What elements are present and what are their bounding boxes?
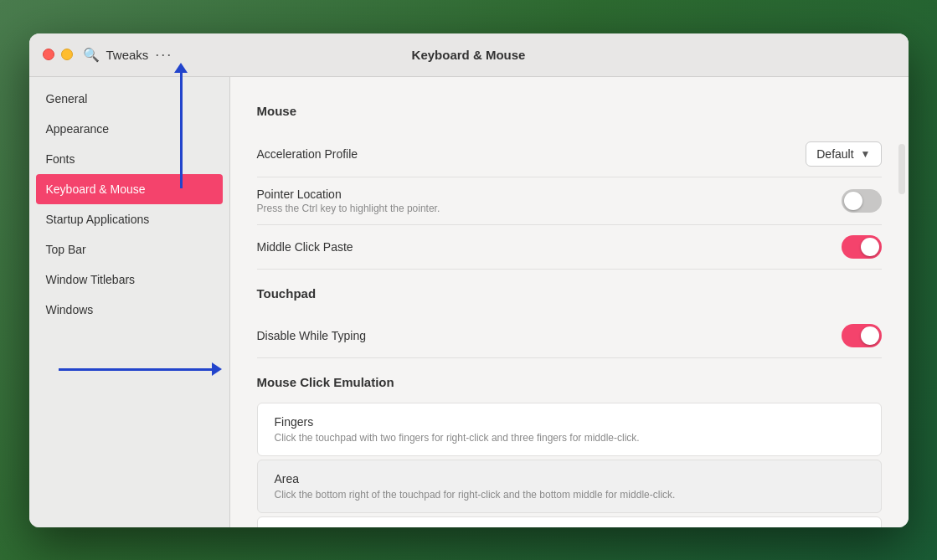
traffic-lights xyxy=(43,49,73,60)
app-title: Tweaks xyxy=(106,48,149,62)
emulation-options: Fingers Click the touchpad with two fing… xyxy=(257,403,882,527)
acceleration-profile-value: Default xyxy=(816,147,853,161)
main-content: Mouse Acceleration Profile Default ▼ Poi… xyxy=(230,77,909,527)
emulation-section-header: Mouse Click Emulation xyxy=(257,375,882,389)
pointer-location-toggle[interactable] xyxy=(842,189,882,213)
pointer-location-label-group: Pointer Location Press the Ctrl key to h… xyxy=(257,188,440,214)
titlebar: 🔍 Tweaks ··· Keyboard & Mouse xyxy=(29,33,909,77)
annotation-arrow-right xyxy=(59,368,214,371)
window-title: Keyboard & Mouse xyxy=(412,48,526,62)
minimize-button[interactable] xyxy=(61,49,73,60)
sidebar-item-windows[interactable]: Windows xyxy=(29,295,229,325)
close-button[interactable] xyxy=(43,49,54,60)
disable-while-typing-label: Disable While Typing xyxy=(257,329,366,342)
sidebar-item-fonts[interactable]: Fonts xyxy=(29,144,229,174)
acceleration-profile-row: Acceleration Profile Default ▼ xyxy=(257,131,882,177)
content-area: General Appearance Fonts Keyboard & Mous… xyxy=(29,77,909,527)
emulation-area-option[interactable]: Area Click the bottom right of the touch… xyxy=(257,460,882,513)
middle-click-paste-row: Middle Click Paste xyxy=(257,225,882,270)
sidebar-item-startup-applications[interactable]: Startup Applications xyxy=(29,204,229,234)
acceleration-profile-dropdown[interactable]: Default ▼ xyxy=(806,141,881,167)
middle-click-paste-toggle[interactable] xyxy=(842,235,882,259)
disable-while-typing-row: Disable While Typing xyxy=(257,314,882,358)
touchpad-section-header: Touchpad xyxy=(257,286,882,301)
pointer-location-row: Pointer Location Press the Ctrl key to h… xyxy=(257,177,882,225)
scrollbar[interactable] xyxy=(898,144,905,194)
search-icon[interactable]: 🔍 xyxy=(83,47,100,63)
acceleration-profile-label: Acceleration Profile xyxy=(257,147,358,161)
menu-dots[interactable]: ··· xyxy=(155,46,172,64)
sidebar-item-window-titlebars[interactable]: Window Titlebars xyxy=(29,265,229,295)
sidebar-item-appearance[interactable]: Appearance xyxy=(29,114,229,144)
sidebar-item-general[interactable]: General xyxy=(29,84,229,114)
emulation-fingers-option[interactable]: Fingers Click the touchpad with two fing… xyxy=(257,403,882,456)
sidebar-item-keyboard-mouse[interactable]: Keyboard & Mouse xyxy=(36,174,223,204)
sidebar-item-top-bar[interactable]: Top Bar xyxy=(29,234,229,265)
mouse-section-header: Mouse xyxy=(257,104,882,118)
sidebar: General Appearance Fonts Keyboard & Mous… xyxy=(29,77,230,527)
dropdown-arrow-icon: ▼ xyxy=(861,148,871,160)
annotation-arrow-up xyxy=(180,77,183,189)
main-window: 🔍 Tweaks ··· Keyboard & Mouse General Ap… xyxy=(29,33,909,527)
middle-click-paste-label: Middle Click Paste xyxy=(257,240,353,254)
disable-while-typing-toggle[interactable] xyxy=(842,324,882,347)
emulation-disabled-option[interactable]: Disabled Don't use mouse click emulation… xyxy=(257,516,882,527)
